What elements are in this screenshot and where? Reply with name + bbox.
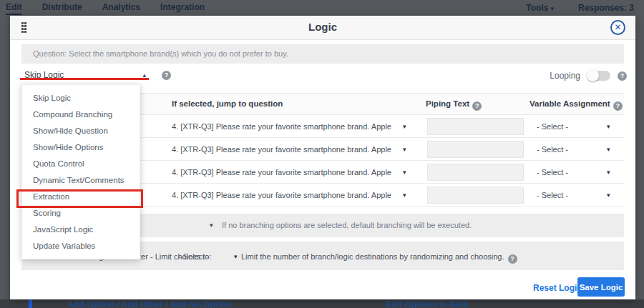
caret-down-icon: ▾ <box>550 5 554 12</box>
toggle-knob <box>587 69 599 81</box>
looping-label: Looping <box>550 71 580 81</box>
top-nav: Edit Distribute Analytics Integration To… <box>0 0 644 16</box>
menu-item-skip-logic[interactable]: Skip Logic <box>22 90 140 106</box>
close-icon[interactable]: ✕ <box>610 20 625 35</box>
col-header-jump: If selected, jump to question <box>172 99 283 108</box>
menu-item-show-hide-options[interactable]: Show/Hide Options <box>22 139 140 156</box>
logic-modal: Logic ✕ Question: Select the smartphone … <box>10 16 635 299</box>
caret-down-icon[interactable]: ▾ <box>403 192 406 199</box>
modal-header: Logic ✕ <box>10 16 635 40</box>
menu-item-show-hide-question[interactable]: Show/Hide Question <box>22 123 140 139</box>
piping-text-input[interactable] <box>427 164 524 181</box>
menu-item-dynamic-text-comments[interactable]: Dynamic Text/Comments <box>22 172 140 189</box>
top-nav-left: Edit Distribute Analytics Integration <box>0 1 205 15</box>
default-branching-text: If no branching options are selected, de… <box>222 221 472 229</box>
menu-item-quota-control[interactable]: Quota Control <box>22 156 140 172</box>
jump-question-select[interactable]: 4. [XTR-Q3] Please rate your favorite sm… <box>172 145 391 154</box>
caret-down-icon[interactable]: ▾ <box>403 123 406 130</box>
caret-down-icon[interactable]: ▾ <box>607 146 610 153</box>
help-icon[interactable]: ? <box>162 71 171 80</box>
randomizer-description: Limit the number of branch/logic destina… <box>241 252 517 264</box>
nav-tab-analytics[interactable]: Analytics <box>102 1 140 15</box>
help-icon[interactable]: ? <box>508 254 517 264</box>
nav-tab-integration[interactable]: Integration <box>160 1 205 15</box>
reset-logic-button[interactable]: Reset Logic <box>533 283 582 293</box>
logic-type-menu: Skip Logic Compound Branching Show/Hide … <box>21 84 140 259</box>
caret-down-icon[interactable]: ▾ <box>607 192 610 199</box>
top-nav-right: Tools▾ Responses: 3 <box>526 1 644 14</box>
looping-control: Looping ? <box>550 71 627 81</box>
option-accent-bar <box>29 299 32 308</box>
caret-down-icon[interactable]: ▾ <box>210 222 213 229</box>
col-header-variable: Variable Assignment? <box>530 99 623 111</box>
looping-toggle[interactable] <box>587 71 610 81</box>
help-icon[interactable]: ? <box>613 101 623 111</box>
help-icon[interactable]: ? <box>618 71 627 81</box>
col-header-piping: Piping Text? <box>426 99 482 111</box>
tools-menu[interactable]: Tools▾ <box>526 1 554 14</box>
piping-text-input[interactable] <box>427 118 524 135</box>
menu-item-update-variables[interactable]: Update Variables <box>22 238 140 254</box>
randomizer-select[interactable]: - Select - <box>178 252 210 261</box>
caret-down-icon[interactable]: ▾ <box>403 169 406 176</box>
help-icon[interactable]: ? <box>472 101 482 111</box>
piping-text-input[interactable] <box>427 141 524 158</box>
menu-item-compound-branching[interactable]: Compound Branching <box>22 106 140 123</box>
add-option-links[interactable]: Add Option / Add Other / Add NA Option <box>68 299 232 308</box>
variable-assignment-select[interactable]: - Select - <box>537 145 568 154</box>
annotation-red-underline <box>20 78 149 80</box>
edit-options-bulk-link[interactable]: Edit Options in Bulk <box>386 299 469 308</box>
caret-down-icon[interactable]: ▾ <box>403 146 406 153</box>
menu-item-extraction[interactable]: Extraction <box>22 189 140 205</box>
responses-count[interactable]: Responses: 3 <box>578 3 634 13</box>
modal-title: Logic <box>10 21 635 33</box>
nav-tab-edit[interactable]: Edit <box>6 1 22 15</box>
piping-text-input[interactable] <box>427 187 524 204</box>
menu-item-javascript-logic[interactable]: JavaScript Logic <box>22 222 140 238</box>
caret-down-icon[interactable]: ▾ <box>234 253 238 260</box>
caret-down-icon[interactable]: ▾ <box>607 169 610 176</box>
jump-question-select[interactable]: 4. [XTR-Q3] Please rate your favorite sm… <box>172 191 391 199</box>
nav-tab-distribute[interactable]: Distribute <box>42 1 82 15</box>
variable-assignment-select[interactable]: - Select - <box>537 122 568 131</box>
variable-assignment-select[interactable]: - Select - <box>537 168 568 177</box>
variable-assignment-select[interactable]: - Select - <box>537 191 568 199</box>
page-background-footer: Add Option / Add Other / Add NA Option E… <box>0 299 644 308</box>
question-text: Question: Select the smartphone brand(s)… <box>21 44 624 64</box>
jump-question-select[interactable]: 4. [XTR-Q3] Please rate your favorite sm… <box>172 122 391 131</box>
save-logic-button[interactable]: Save Logic <box>577 277 625 297</box>
menu-item-scoring[interactable]: Scoring <box>22 205 140 222</box>
logic-type-select[interactable]: Skip Logic ▴ <box>21 68 149 84</box>
caret-down-icon[interactable]: ▾ <box>607 123 610 130</box>
jump-question-select[interactable]: 4. [XTR-Q3] Please rate your favorite sm… <box>172 168 391 177</box>
